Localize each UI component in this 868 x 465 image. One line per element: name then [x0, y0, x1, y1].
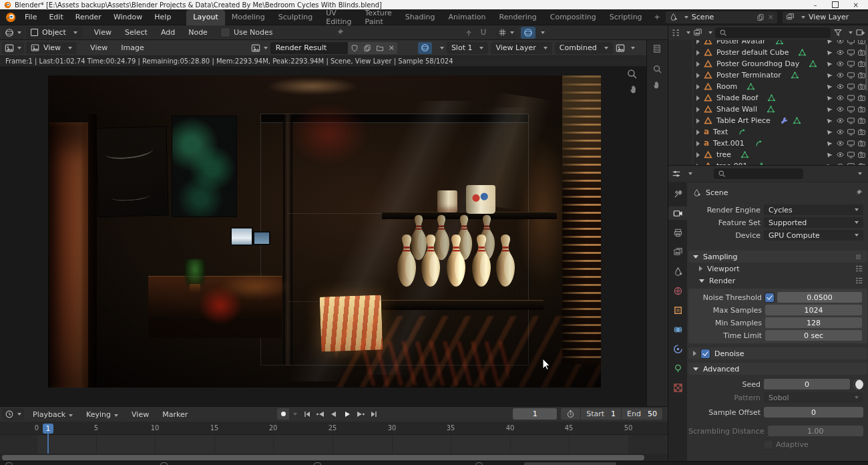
- chevron-down-icon[interactable]: [541, 31, 545, 34]
- tab-compositing[interactable]: Compositing: [544, 9, 603, 25]
- unlink-scene-icon[interactable]: ×: [768, 13, 774, 21]
- chevron-down-icon[interactable]: [631, 47, 635, 49]
- tab-world[interactable]: [668, 284, 687, 297]
- viewport-disable-icon[interactable]: [847, 82, 855, 91]
- outliner-item[interactable]: Poster Groundhog Day: [668, 58, 868, 69]
- render-disable-icon[interactable]: [857, 116, 866, 125]
- expand-icon[interactable]: [696, 130, 700, 135]
- selectable-icon[interactable]: [826, 151, 834, 159]
- outliner-item[interactable]: Room: [668, 81, 868, 92]
- expand-icon[interactable]: [696, 61, 700, 67]
- use-nodes-checkbox[interactable]: [221, 28, 230, 37]
- jump-to-start-button[interactable]: [301, 408, 313, 420]
- outliner-item[interactable]: Shade Wall: [668, 104, 868, 115]
- scene-selector[interactable]: Scene ×: [666, 11, 777, 23]
- selectable-icon[interactable]: [826, 117, 834, 125]
- menu-window[interactable]: Window: [107, 13, 148, 21]
- adaptive-checkbox[interactable]: [764, 440, 773, 449]
- viewport-disable-icon[interactable]: [847, 59, 855, 68]
- outliner-display-mode-icon[interactable]: [671, 28, 680, 37]
- editor-type-button[interactable]: [2, 42, 24, 54]
- viewport-disable-icon[interactable]: [847, 116, 855, 125]
- tab-render[interactable]: [668, 206, 687, 220]
- selectable-icon[interactable]: [826, 60, 834, 68]
- max-samples-field[interactable]: 1024: [765, 305, 862, 315]
- image-editor-canvas[interactable]: [0, 67, 646, 406]
- pin-icon[interactable]: [855, 188, 863, 197]
- tab-physics[interactable]: [668, 323, 687, 336]
- sampling-panel-header[interactable]: Sampling: [688, 251, 867, 263]
- min-samples-field[interactable]: 128: [765, 317, 862, 328]
- view-layer-selector[interactable]: View Layer ×: [783, 11, 868, 23]
- seed-field[interactable]: 0: [764, 379, 850, 390]
- pattern-dropdown[interactable]: Sobol: [764, 392, 863, 403]
- pin-icon[interactable]: [336, 28, 345, 37]
- expand-icon[interactable]: [696, 50, 700, 55]
- expand-icon[interactable]: [696, 141, 700, 146]
- chevron-down-icon[interactable]: [440, 47, 444, 49]
- browse-image-icon[interactable]: [251, 43, 260, 53]
- selectable-icon[interactable]: [826, 106, 834, 114]
- device-dropdown[interactable]: GPU Compute: [764, 230, 863, 241]
- play-button[interactable]: [341, 408, 353, 420]
- tab-modeling[interactable]: Modeling: [225, 9, 272, 25]
- start-frame-field[interactable]: Start1: [581, 408, 621, 420]
- menu-help[interactable]: Help: [148, 13, 177, 21]
- panel-options-icon[interactable]: [854, 253, 863, 261]
- viewport-disable-icon[interactable]: [847, 105, 855, 114]
- maximize-button[interactable]: [832, 1, 839, 8]
- selectable-icon[interactable]: [826, 49, 834, 57]
- menu-edit[interactable]: Edit: [43, 13, 69, 21]
- snap-magnet-icon[interactable]: [479, 28, 488, 37]
- end-frame-field[interactable]: End50: [622, 408, 662, 420]
- menu-view[interactable]: View: [125, 410, 156, 419]
- slot-dropdown[interactable]: Slot 1: [447, 42, 489, 54]
- hide-eye-icon[interactable]: [836, 94, 845, 102]
- parent-arrow-icon[interactable]: [464, 28, 473, 37]
- use-nodes-toggle[interactable]: Use Nodes: [221, 28, 273, 37]
- chevron-down-icon[interactable]: [858, 172, 862, 175]
- time-limit-field[interactable]: 0 sec: [765, 330, 862, 341]
- render-disable-icon[interactable]: [857, 94, 866, 102]
- outliner-item[interactable]: Table Art Piece: [668, 115, 868, 126]
- selectable-icon[interactable]: [826, 83, 834, 91]
- menu-playback[interactable]: Playback: [26, 410, 79, 419]
- shader-mode-dropdown[interactable]: Object: [26, 27, 82, 39]
- film-strip-icon[interactable]: [652, 44, 662, 53]
- outliner-item[interactable]: Poster Avatar: [668, 40, 868, 47]
- new-collection-icon[interactable]: [855, 27, 865, 37]
- selectable-icon[interactable]: [826, 128, 834, 136]
- hide-eye-icon[interactable]: [836, 71, 845, 80]
- selectable-icon[interactable]: [826, 94, 834, 102]
- tab-texture-paint[interactable]: Texture Paint: [359, 9, 399, 25]
- outliner-item[interactable]: Poster Terminator: [668, 69, 868, 81]
- outliner-item[interactable]: tree.001: [668, 160, 868, 166]
- menu-ie-view[interactable]: View: [83, 43, 114, 52]
- tab-shading[interactable]: Shading: [399, 9, 442, 25]
- tab-animation[interactable]: Animation: [441, 9, 492, 25]
- tab-tool[interactable]: [668, 187, 687, 200]
- tab-object-data[interactable]: [668, 361, 687, 375]
- timeline-ruler[interactable]: 0 5 10 15 20 25 30 35 40 45 50 1: [0, 422, 668, 435]
- menu-render[interactable]: Render: [69, 13, 107, 21]
- render-disable-icon[interactable]: [857, 128, 866, 136]
- hide-eye-icon[interactable]: [836, 48, 845, 57]
- tab-layout[interactable]: Layout: [186, 9, 224, 25]
- menu-node-node[interactable]: Node: [182, 28, 214, 37]
- outliner-item[interactable]: a Text: [668, 126, 868, 138]
- properties-editor-icon[interactable]: [672, 169, 681, 178]
- record-button[interactable]: [277, 408, 289, 420]
- snapping-dropdown[interactable]: [495, 27, 517, 39]
- viewport-disable-icon[interactable]: [847, 40, 855, 45]
- fake-user-shield-icon[interactable]: [351, 44, 359, 52]
- expand-icon[interactable]: [696, 107, 700, 112]
- use-preview-range-button[interactable]: [561, 408, 580, 420]
- jump-to-end-button[interactable]: [368, 408, 380, 420]
- outliner-filter-image-icon[interactable]: [693, 28, 702, 37]
- viewport-disable-icon[interactable]: [847, 128, 855, 136]
- expand-icon[interactable]: [696, 84, 700, 90]
- hide-eye-icon[interactable]: [836, 128, 845, 136]
- new-image-icon[interactable]: [363, 44, 371, 52]
- viewport-disable-icon[interactable]: [847, 150, 855, 159]
- chevron-down-icon[interactable]: [293, 413, 297, 416]
